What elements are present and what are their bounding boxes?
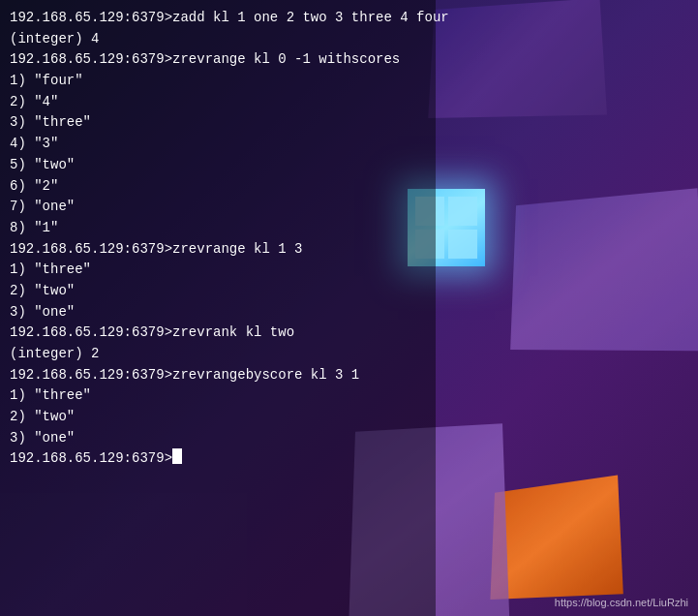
terminal-output: 1) "four" <box>10 71 83 92</box>
terminal-line: 7) "one" <box>10 197 688 218</box>
terminal-line: 4) "3" <box>10 134 688 155</box>
terminal-output: (integer) 4 <box>10 29 99 50</box>
terminal-output: 1) "three" <box>10 260 91 281</box>
terminal-line: 3) "three" <box>10 112 688 134</box>
terminal-prompt: 192.168.65.129:6379> <box>10 49 172 71</box>
terminal-prompt: 192.168.65.129:6379> <box>10 239 172 261</box>
terminal-line: 1) "three" <box>10 385 688 407</box>
terminal-command: zrevrangebyscore kl 3 1 <box>172 365 359 386</box>
terminal-line: 3) "one" <box>10 428 688 449</box>
terminal-output: 5) "two" <box>10 155 75 176</box>
terminal-output: 8) "1" <box>10 218 58 239</box>
terminal-line: 2) "two" <box>10 281 688 302</box>
terminal-prompt: 192.168.65.129:6379> <box>10 323 172 344</box>
terminal-line: 2) "4" <box>10 92 688 113</box>
terminal-output: 6) "2" <box>10 176 58 198</box>
terminal-command: zrevrange kl 0 -1 withscores <box>172 49 400 71</box>
terminal-line: 1) "four" <box>10 71 688 92</box>
terminal-cursor <box>172 448 182 464</box>
terminal-line: (integer) 2 <box>10 344 688 365</box>
terminal-prompt: 192.168.65.129:6379> <box>10 365 172 386</box>
terminal-line: 1) "three" <box>10 260 688 281</box>
terminal-line: 6) "2" <box>10 176 688 198</box>
terminal-line: 192.168.65.129:6379> zadd kl 1 one 2 two… <box>10 8 688 29</box>
terminal-command: zadd kl 1 one 2 two 3 three 4 four <box>172 8 449 29</box>
terminal-line: 2) "two" <box>10 407 688 428</box>
terminal-line: 5) "two" <box>10 155 688 176</box>
terminal-output: 4) "3" <box>10 134 58 155</box>
terminal-output: 7) "one" <box>10 197 75 218</box>
terminal-prompt: 192.168.65.129:6379> <box>10 8 172 29</box>
terminal-command: zrevrange kl 1 3 <box>172 239 302 261</box>
terminal-line: (integer) 4 <box>10 29 688 50</box>
terminal-output: (integer) 2 <box>10 344 99 365</box>
terminal[interactable]: 192.168.65.129:6379> zadd kl 1 one 2 two… <box>0 0 698 616</box>
terminal-line: 8) "1" <box>10 218 688 239</box>
terminal-output: 3) "one" <box>10 428 75 449</box>
terminal-output: 3) "one" <box>10 302 75 323</box>
terminal-output: 2) "two" <box>10 281 75 302</box>
terminal-output: 2) "4" <box>10 92 58 113</box>
terminal-output: 2) "two" <box>10 407 75 428</box>
watermark: https://blog.csdn.net/LiuRzhi <box>555 597 688 608</box>
terminal-line: 192.168.65.129:6379> <box>10 448 688 470</box>
terminal-line: 192.168.65.129:6379> zrevrank kl two <box>10 323 688 344</box>
terminal-line: 3) "one" <box>10 302 688 323</box>
terminal-line: 192.168.65.129:6379> zrevrangebyscore kl… <box>10 365 688 386</box>
terminal-line: 192.168.65.129:6379> zrevrange kl 0 -1 w… <box>10 49 688 71</box>
terminal-output: 1) "three" <box>10 385 91 407</box>
terminal-line: 192.168.65.129:6379> zrevrange kl 1 3 <box>10 239 688 261</box>
terminal-prompt: 192.168.65.129:6379> <box>10 448 172 470</box>
terminal-output: 3) "three" <box>10 112 91 134</box>
terminal-command: zrevrank kl two <box>172 323 294 344</box>
